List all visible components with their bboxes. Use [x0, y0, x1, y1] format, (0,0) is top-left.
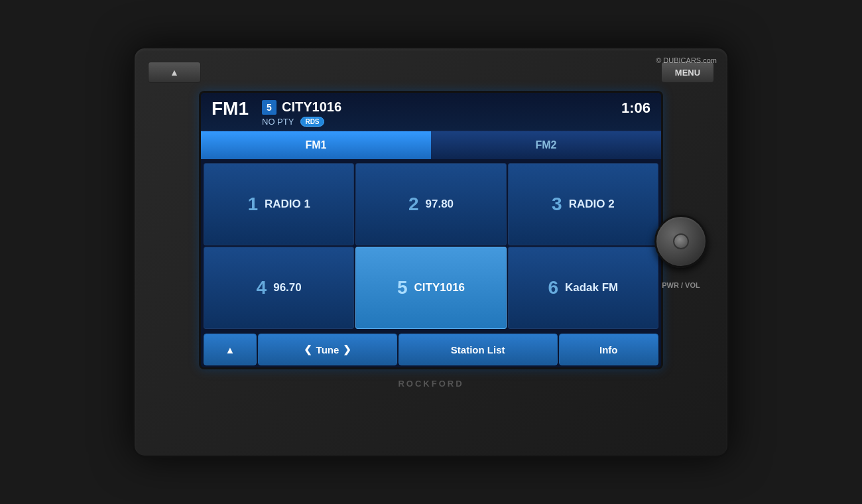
preset-1[interactable]: 1 RADIO 1 [204, 163, 354, 245]
screen-header: FM1 5 CITY1016 NO PTY RDS 1:06 [201, 93, 661, 131]
station-list-button[interactable]: Station List [399, 334, 558, 365]
preset-1-name: RADIO 1 [265, 198, 310, 211]
preset-3-number: 3 [552, 195, 562, 214]
watermark: © DUBICARS.com [656, 56, 717, 64]
no-pty-label: NO PTY [262, 117, 294, 127]
preset-4[interactable]: 4 96.70 [204, 247, 354, 329]
rds-badge: RDS [300, 117, 324, 127]
time-display: 1:06 [621, 99, 650, 117]
info-button[interactable]: Info [559, 334, 659, 365]
right-controls: PWR / VOL [654, 215, 708, 289]
preset-4-number: 4 [257, 279, 267, 297]
tune-button[interactable]: ❮ Tune ❯ [258, 334, 397, 365]
tab-fm1[interactable]: FM1 [201, 131, 431, 159]
preset-6-number: 6 [548, 279, 558, 297]
fm-label: FM1 [212, 99, 249, 118]
station-name: CITY1016 [282, 99, 341, 115]
preset-4-name: 96.70 [273, 281, 302, 294]
tune-next-icon: ❯ [343, 344, 351, 355]
preset-1-number: 1 [247, 195, 258, 214]
brand-label: ROCKFORD [398, 379, 463, 389]
preset-3[interactable]: 3 RADIO 2 [508, 163, 658, 245]
car-radio-unit: © DUBICARS.com ▲ MENU FM1 5 CITY1016 NO … [133, 46, 729, 458]
station-info: 5 CITY1016 NO PTY RDS [249, 99, 621, 127]
preset-2[interactable]: 2 97.80 [355, 163, 506, 245]
volume-knob[interactable] [654, 215, 708, 268]
eject-icon: ▲ [170, 67, 179, 78]
top-bar: ▲ MENU [148, 62, 714, 83]
station-name-row: 5 CITY1016 [262, 99, 621, 115]
eject-button[interactable]: ▲ [148, 62, 201, 83]
preset-5-name: CITY1016 [414, 281, 465, 294]
tune-prev-icon: ❮ [304, 344, 312, 355]
arrow-up-button[interactable]: ▲ [204, 334, 257, 365]
preset-6-name: Kadak FM [565, 281, 618, 294]
info-label: Info [599, 344, 618, 355]
preset-5-number: 5 [397, 279, 408, 297]
preset-6[interactable]: 6 Kadak FM [508, 247, 658, 329]
screen: FM1 5 CITY1016 NO PTY RDS 1:06 FM1 [201, 93, 661, 367]
preset-5[interactable]: 5 CITY1016 [355, 247, 506, 329]
preset-2-number: 2 [408, 195, 419, 214]
tab-fm2[interactable]: FM2 [431, 131, 661, 159]
station-number-badge: 5 [262, 100, 277, 115]
presets-grid: 1 RADIO 1 2 97.80 3 RADIO 2 4 96.70 5 [201, 160, 661, 332]
knob-inner [673, 233, 689, 249]
tabs-row: FM1 FM2 [201, 131, 661, 160]
preset-2-name: 97.80 [426, 198, 454, 211]
bottom-controls: ▲ ❮ Tune ❯ Station List Info [201, 332, 661, 367]
station-list-label: Station List [451, 344, 505, 355]
menu-button[interactable]: MENU [661, 62, 714, 83]
menu-label: MENU [675, 68, 700, 78]
station-sub-row: NO PTY RDS [262, 117, 621, 127]
screen-container: FM1 5 CITY1016 NO PTY RDS 1:06 FM1 [199, 91, 663, 369]
pwr-vol-label: PWR / VOL [662, 281, 700, 289]
preset-3-name: RADIO 2 [569, 198, 615, 211]
arrow-up-icon: ▲ [225, 344, 235, 355]
tune-label: Tune [316, 344, 339, 355]
